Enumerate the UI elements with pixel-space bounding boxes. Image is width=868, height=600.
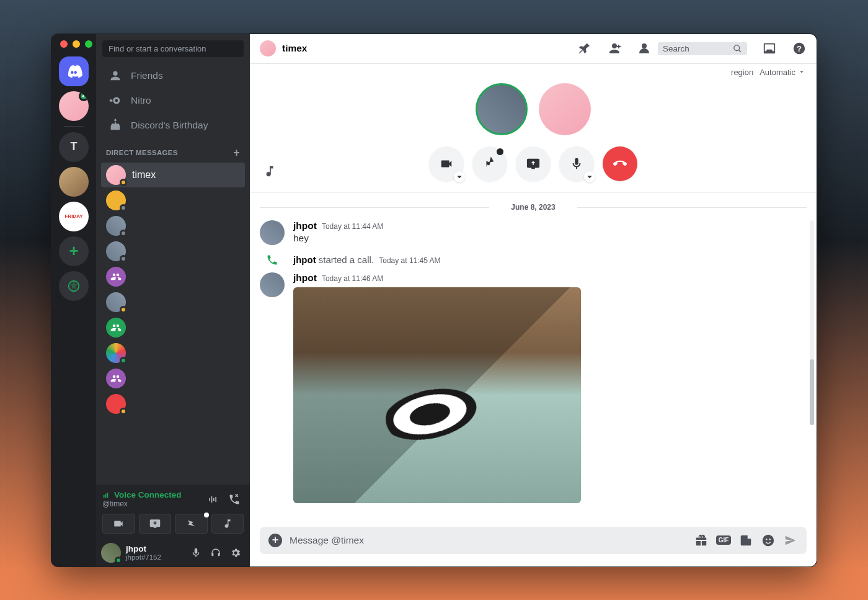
activity-button[interactable]: [175, 514, 208, 534]
svg-rect-10: [215, 496, 216, 501]
screenshare-toggle-button[interactable]: [516, 146, 551, 181]
svg-point-2: [115, 99, 118, 102]
sticker-icon[interactable]: [738, 533, 753, 548]
search-input[interactable]: Search: [658, 42, 747, 55]
user-panel: jhpot jhpot#7152: [96, 539, 250, 566]
message-author[interactable]: jhpot: [293, 220, 317, 231]
pin-icon[interactable]: [577, 41, 592, 56]
minimize-window-icon[interactable]: [73, 40, 80, 48]
scrollbar-thumb[interactable]: [810, 359, 814, 425]
send-button[interactable]: [783, 533, 798, 548]
user-avatar[interactable]: [101, 543, 121, 563]
message-avatar[interactable]: [260, 220, 285, 245]
noise-suppress-button[interactable]: [204, 490, 223, 509]
hangup-button[interactable]: [603, 146, 637, 181]
add-friend-icon[interactable]: [607, 41, 622, 56]
svg-rect-7: [209, 498, 210, 501]
nav-friends-label: Friends: [131, 70, 163, 81]
soundboard-icon[interactable]: [260, 161, 280, 181]
avatar: [106, 394, 126, 414]
system-author[interactable]: jhpot: [293, 254, 316, 265]
find-conversation-input[interactable]: Find or start a conversation: [102, 40, 244, 57]
dm-item-timex[interactable]: timex: [101, 163, 245, 187]
user-name: jhpot: [126, 544, 182, 553]
window-controls: [51, 40, 92, 51]
call-participant-other[interactable]: [539, 83, 591, 135]
message-author[interactable]: jhpot: [293, 272, 317, 284]
user-info[interactable]: jhpot jhpot#7152: [126, 544, 182, 561]
chevron-down-icon[interactable]: [584, 171, 595, 182]
message-timestamp: Today at 11:44 AM: [322, 222, 383, 231]
video-toggle-button[interactable]: [429, 146, 464, 181]
image-attachment[interactable]: [293, 287, 581, 503]
voice-panel: Voice Connected @timex: [96, 485, 250, 539]
nav-birthday[interactable]: Discord's Birthday: [101, 114, 245, 137]
region-select[interactable]: Automatic: [760, 68, 805, 77]
message-input[interactable]: [290, 535, 686, 546]
server-item[interactable]: [59, 167, 89, 197]
chat-header: timex Search ?: [250, 34, 817, 64]
avatar: [106, 267, 126, 287]
gift-icon[interactable]: [694, 533, 709, 548]
soundboard-button[interactable]: [211, 514, 244, 534]
nav-friends[interactable]: Friends: [101, 64, 245, 87]
mic-toggle-button[interactable]: [559, 146, 594, 181]
message-avatar[interactable]: [260, 272, 285, 297]
dm-header: DIRECT MESSAGES +: [96, 138, 250, 162]
nav-nitro-label: Nitro: [131, 95, 151, 106]
mute-button[interactable]: [187, 544, 205, 562]
message-composer: + GIF: [260, 527, 807, 554]
attach-button[interactable]: +: [268, 534, 282, 547]
disconnect-button[interactable]: [225, 490, 244, 509]
dm-item[interactable]: [101, 213, 245, 238]
avatar: [106, 343, 126, 363]
gif-button[interactable]: GIF: [716, 533, 731, 548]
message-text: hey: [293, 231, 807, 244]
server-home[interactable]: [59, 56, 89, 86]
system-timestamp: Today at 11:45 AM: [379, 256, 440, 265]
call-participant-self[interactable]: [476, 83, 528, 135]
dm-item[interactable]: [101, 392, 245, 416]
avatar: [106, 369, 126, 388]
user-tag: jhpot#7152: [126, 553, 182, 561]
dm-item[interactable]: [101, 366, 245, 391]
close-window-icon[interactable]: [60, 40, 68, 48]
deafen-button[interactable]: [206, 544, 225, 562]
svg-rect-6: [107, 492, 108, 497]
user-profile-icon[interactable]: [637, 41, 652, 56]
chevron-down-icon: [798, 68, 805, 76]
nav-birthday-label: Discord's Birthday: [131, 120, 208, 131]
voice-status[interactable]: Voice Connected: [102, 490, 182, 499]
dm-item[interactable]: [101, 315, 245, 340]
settings-button[interactable]: [226, 544, 245, 562]
chevron-down-icon[interactable]: [454, 171, 465, 182]
server-dm-avatar[interactable]: [59, 91, 89, 121]
svg-point-15: [766, 538, 767, 539]
svg-rect-5: [105, 493, 107, 497]
video-button[interactable]: [102, 514, 135, 534]
help-icon[interactable]: ?: [792, 41, 807, 56]
explore-servers-button[interactable]: [59, 271, 89, 301]
create-dm-button[interactable]: +: [233, 146, 240, 159]
dm-item[interactable]: [101, 188, 245, 213]
server-item[interactable]: FRIDAY: [59, 202, 89, 231]
avatar: [106, 241, 126, 261]
voice-channel-name: @timex: [102, 499, 182, 508]
server-item[interactable]: T: [59, 132, 89, 162]
screenshare-button[interactable]: [139, 514, 172, 534]
maximize-window-icon[interactable]: [85, 40, 92, 48]
activity-toggle-button[interactable]: [472, 146, 507, 181]
search-placeholder: Search: [663, 44, 689, 53]
dm-item[interactable]: [101, 341, 245, 365]
inbox-icon[interactable]: [762, 41, 777, 56]
avatar: [106, 292, 126, 312]
chat-scroll[interactable]: June 8, 2023 jhpot Today at 11:44 AM hey…: [250, 193, 817, 527]
add-server-button[interactable]: +: [59, 236, 89, 266]
dm-list: timex: [96, 162, 250, 485]
dm-item[interactable]: [101, 239, 245, 264]
emoji-icon[interactable]: [761, 533, 776, 548]
dm-item[interactable]: [101, 290, 245, 315]
dm-item[interactable]: [101, 264, 245, 289]
nav-nitro[interactable]: Nitro: [101, 89, 245, 112]
svg-point-16: [769, 538, 771, 539]
